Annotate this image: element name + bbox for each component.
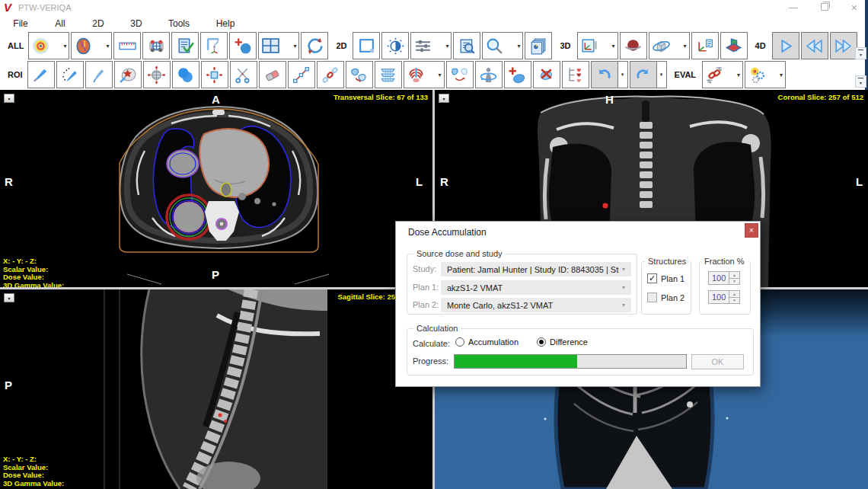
scissors-button[interactable] (230, 61, 257, 88)
image-fusion-button[interactable]: ▾ (71, 32, 112, 59)
brush-button[interactable] (27, 61, 55, 88)
margin-2d-button[interactable] (201, 61, 228, 88)
delete-contour-button[interactable] (533, 61, 560, 88)
prev-phase-button[interactable] (801, 32, 828, 59)
toolbar-overflow-button-1[interactable]: ▾ (855, 47, 866, 59)
viewport-menu-button[interactable]: ▾ (4, 94, 14, 103)
next-phase-button[interactable] (830, 32, 857, 59)
menu-2d[interactable]: 2D (79, 18, 117, 29)
dialog-close-button[interactable]: × (745, 223, 758, 238)
coronal-slice-label: Coronal Slice: 257 of 512 (778, 93, 863, 101)
eval-settings-button[interactable]: ▾ (745, 61, 786, 88)
viewport-menu-button[interactable]: ▾ (439, 94, 449, 103)
restore-icon (821, 3, 828, 11)
undo-button[interactable] (591, 61, 618, 88)
mpr-planes-button[interactable] (720, 32, 748, 59)
menu-3d[interactable]: 3D (117, 18, 155, 29)
viewport-sagittal[interactable]: ▾ Sagittal Slice: 25 P X: - Y: - Z: Scal… (0, 289, 432, 489)
menu-all[interactable]: All (41, 18, 79, 29)
restore-button[interactable] (821, 3, 828, 12)
spinner-arrows[interactable]: ▲▼ (729, 272, 739, 284)
viewport-transversal[interactable]: ▾ Transversal Slice: 67 of 133 A R L P X… (0, 90, 432, 287)
viewport-menu-button[interactable]: ▾ (4, 293, 14, 302)
dose-display-button[interactable]: ▾ (28, 32, 69, 59)
fraction1-spinner[interactable]: 100 ▲▼ (708, 271, 740, 285)
minimize-button[interactable]: — (789, 3, 798, 12)
auto-segment-button[interactable]: ▾ (404, 61, 445, 88)
dose-link-button[interactable]: ▾ (702, 61, 743, 88)
gantry-setup-button[interactable] (200, 32, 228, 59)
expand-3d-button[interactable] (143, 61, 171, 88)
pen-button[interactable] (85, 61, 113, 88)
plan2-select[interactable]: Monte Carlo, akzS1-2 VMAT ▾ (441, 298, 631, 312)
chain-button[interactable] (317, 61, 344, 88)
menu-tools[interactable]: Tools (155, 18, 203, 29)
surface-3d-button[interactable] (620, 32, 647, 59)
rotate-3d-button[interactable]: ▾ (649, 32, 690, 59)
machine-qa-button[interactable] (142, 32, 170, 59)
layout-grid-button[interactable]: ▾ (258, 32, 299, 59)
plan-check-button[interactable] (171, 32, 199, 59)
spinner-arrows[interactable]: ▲▼ (729, 291, 739, 303)
undo-dropdown-button[interactable]: ▾ (618, 61, 628, 88)
propagate-patient-icon (479, 66, 498, 85)
spin-down-icon[interactable]: ▼ (729, 279, 739, 285)
image-fusion-icon (74, 37, 93, 56)
view-3d-button[interactable]: ▾ (577, 32, 618, 59)
copy-contour-button[interactable] (346, 61, 373, 88)
spin-up-icon[interactable]: ▲ (729, 272, 739, 279)
next-phase-icon (834, 37, 853, 56)
accumulation-radio[interactable] (455, 337, 464, 347)
mpr-planes-icon (724, 37, 743, 56)
interpolate-slices-button[interactable] (375, 61, 402, 88)
interpolate-points-button[interactable] (288, 61, 315, 88)
redo-dropdown-button[interactable]: ▾ (657, 61, 667, 88)
level-presets-button[interactable]: ▾ (410, 32, 452, 59)
reset-view-button[interactable] (301, 32, 328, 59)
pose-3d-button[interactable] (691, 32, 719, 59)
difference-option[interactable]: Difference (537, 337, 588, 347)
spin-up-icon[interactable]: ▲ (729, 291, 739, 298)
plan1-select[interactable]: akzS1-2 VMAT ▾ (441, 280, 631, 295)
dose-display-icon (31, 37, 50, 56)
layout-grid-icon (261, 37, 280, 56)
chevron-down-icon: ▾ (622, 302, 625, 308)
zoom-button[interactable]: ▾ (482, 32, 523, 59)
study-select[interactable]: Patient: Jamal Hunter | Study ID: 884303… (441, 262, 631, 276)
search-study-button[interactable] (453, 32, 480, 59)
delete-contour-icon (537, 66, 556, 85)
structure-list-button[interactable] (562, 61, 589, 88)
ruler-button[interactable] (113, 32, 141, 59)
smart-brush-button[interactable] (56, 61, 84, 88)
menu-help[interactable]: Help (203, 18, 248, 29)
window-level-button[interactable] (381, 32, 409, 59)
title-bar: V PTW-VERIQA — × (0, 0, 868, 15)
crop-button[interactable] (353, 32, 380, 59)
mirror-contour-button[interactable] (446, 61, 474, 88)
menu-file[interactable]: File (0, 18, 41, 29)
spin-down-icon[interactable]: ▼ (729, 298, 739, 304)
boolean-button[interactable] (172, 61, 199, 88)
propagate-patient-button[interactable] (475, 61, 503, 88)
add-poi-button[interactable] (229, 32, 257, 59)
redo-button[interactable] (630, 61, 657, 88)
structures-plan2-row[interactable]: Plan 2 (647, 292, 685, 302)
difference-radio[interactable] (537, 337, 546, 347)
ok-button[interactable]: OK (691, 354, 744, 369)
seed-region-button[interactable] (114, 61, 142, 88)
structures-plan1-row[interactable]: ✓ Plan 1 (647, 273, 685, 283)
close-button[interactable]: × (851, 3, 857, 12)
report-button[interactable] (525, 32, 552, 59)
sagittal-ct-image (0, 289, 432, 489)
transversal-slice-label: Transversal Slice: 67 of 133 (333, 93, 428, 101)
plan1-checkbox[interactable]: ✓ (647, 273, 657, 283)
dropdown-arrow-icon: ▾ (293, 43, 296, 50)
add-contour-button[interactable] (504, 61, 531, 88)
plan2-checkbox[interactable] (647, 292, 657, 302)
play-button[interactable] (772, 32, 799, 59)
eraser-button[interactable] (259, 61, 286, 88)
fraction2-spinner[interactable]: 100 ▲▼ (708, 290, 740, 304)
toolbar-overflow-button-2[interactable]: ▾ (855, 75, 866, 88)
dropdown-arrow-icon: ▾ (63, 43, 66, 50)
accumulation-option[interactable]: Accumulation (455, 337, 519, 347)
